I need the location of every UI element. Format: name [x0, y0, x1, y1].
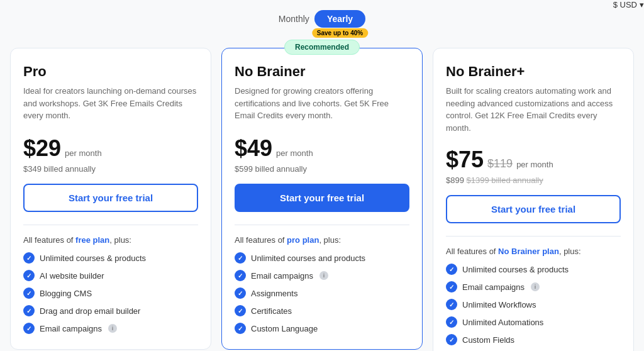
- recommended-badge: Recommended: [284, 40, 360, 55]
- price-billed: $599 billed annually: [235, 164, 409, 174]
- top-bar: Monthly Yearly Save up to 40% $ USD ▾: [10, 10, 634, 28]
- feature-item: Blogging CMS: [23, 287, 198, 299]
- feature-list: Unlimited courses & products Email campa…: [446, 264, 621, 345]
- check-icon: [23, 287, 35, 299]
- plan-name: No Brainer+: [446, 64, 621, 80]
- feature-list: Unlimited courses & products AI website …: [23, 252, 198, 334]
- plan-name: No Brainer: [235, 64, 409, 80]
- feature-item: Unlimited courses and products: [235, 252, 409, 264]
- feature-item: Unlimited Workflows: [446, 299, 621, 310]
- features-label: All features of free plan, plus:: [23, 235, 198, 245]
- check-icon: [446, 334, 457, 345]
- check-icon: [23, 305, 35, 316]
- feature-list: Unlimited courses and products Email cam…: [235, 252, 409, 334]
- plan-name: Pro: [23, 64, 198, 80]
- divider: [446, 236, 621, 237]
- plan-card-no-brainer-plus: No Brainer+ Built for scaling creators a…: [433, 48, 634, 351]
- plans-container: Pro Ideal for creators launching on-dema…: [10, 48, 634, 351]
- check-icon: [235, 287, 246, 299]
- check-icon: [23, 252, 35, 264]
- price-row: $49 per month: [235, 135, 409, 162]
- price-main: $29: [23, 135, 61, 162]
- feature-item: Drag and drop email builder: [23, 305, 198, 316]
- feature-text: Assignments: [251, 289, 297, 298]
- plan-description: Ideal for creators launching on-demand c…: [23, 85, 198, 123]
- check-icon: [446, 316, 457, 328]
- plan-description: Designed for growing creators offering c…: [235, 85, 409, 123]
- feature-item: Unlimited courses & products: [446, 264, 621, 275]
- feature-text: Drag and drop email builder: [40, 306, 140, 316]
- price-billed: $899 $1399 billed annually: [446, 176, 621, 185]
- features-label: All features of No Brainer plan, plus:: [446, 247, 621, 256]
- save-badge: Save up to 40%: [312, 28, 368, 38]
- feature-text: Unlimited Automations: [462, 318, 543, 327]
- trial-button-no-brainer[interactable]: Start your free trial: [235, 184, 409, 212]
- check-icon: [446, 299, 457, 310]
- feature-text: Email campaigns: [40, 324, 102, 333]
- feature-item: Custom Fields: [446, 334, 621, 345]
- trial-button-pro[interactable]: Start your free trial: [23, 184, 198, 212]
- feature-item: AI website builder: [23, 270, 198, 281]
- feature-text: Certificates: [251, 306, 292, 316]
- check-icon: [235, 323, 246, 334]
- feature-item: Email campaigns i: [235, 270, 409, 281]
- trial-button-no-brainer-plus[interactable]: Start your free trial: [446, 195, 621, 223]
- currency-selector[interactable]: $ USD ▾: [613, 0, 644, 9]
- feature-text: Email campaigns: [462, 282, 525, 292]
- check-icon: [235, 305, 246, 316]
- price-main: $49: [235, 135, 272, 162]
- feature-text: Email campaigns: [251, 271, 313, 281]
- feature-text: Blogging CMS: [40, 289, 92, 298]
- feature-item: Unlimited Automations: [446, 316, 621, 328]
- yearly-toggle-button[interactable]: Yearly Save up to 40%: [314, 10, 365, 28]
- feature-text: Unlimited courses and products: [251, 254, 365, 263]
- plan-description: Built for scaling creators automating wo…: [446, 85, 621, 134]
- price-period: per month: [276, 148, 313, 158]
- info-icon[interactable]: i: [531, 282, 540, 291]
- billing-toggle: Monthly Yearly Save up to 40%: [13, 10, 631, 28]
- feature-item: Unlimited courses & products: [23, 252, 198, 264]
- price-row: $29 per month: [23, 135, 198, 162]
- feature-text: Custom Fields: [462, 335, 514, 345]
- price-main: $75: [446, 147, 484, 173]
- divider: [23, 225, 198, 225]
- monthly-label[interactable]: Monthly: [279, 14, 309, 24]
- feature-text: Unlimited Workflows: [462, 300, 536, 309]
- plan-card-pro: Pro Ideal for creators launching on-dema…: [10, 48, 211, 350]
- price-period: per month: [516, 160, 553, 169]
- feature-item: Email campaigns i: [446, 281, 621, 292]
- feature-item: Certificates: [235, 305, 409, 316]
- check-icon: [446, 264, 457, 275]
- feature-text: Unlimited courses & products: [462, 265, 569, 274]
- price-row: $75 $119 per month: [446, 147, 621, 173]
- info-icon[interactable]: i: [108, 324, 117, 333]
- feature-text: Unlimited courses & products: [40, 254, 146, 263]
- price-billed: $349 billed annually: [23, 164, 198, 174]
- feature-text: Custom Language: [251, 324, 318, 333]
- feature-text: AI website builder: [40, 271, 104, 281]
- divider: [235, 225, 409, 225]
- info-icon[interactable]: i: [319, 271, 328, 280]
- check-icon: [235, 252, 246, 264]
- price-original: $119: [487, 157, 513, 170]
- feature-item: Assignments: [235, 287, 409, 299]
- check-icon: [446, 281, 457, 292]
- feature-item: Custom Language: [235, 323, 409, 334]
- plan-card-no-brainer: Recommended No Brainer Designed for grow…: [221, 48, 423, 350]
- price-period: per month: [65, 148, 102, 158]
- check-icon: [235, 270, 246, 281]
- check-icon: [23, 323, 35, 334]
- features-label: All features of pro plan, plus:: [235, 235, 409, 245]
- check-icon: [23, 270, 35, 281]
- feature-item: Email campaigns i: [23, 323, 198, 334]
